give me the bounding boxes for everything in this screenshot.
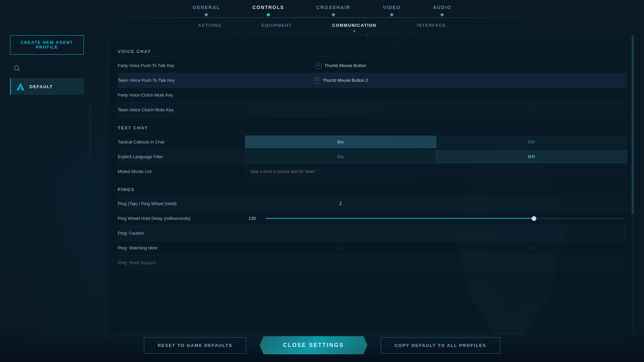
value-ping-watching-2: - <box>436 245 627 250</box>
row-ping-watching: Ping: Watching Here - - <box>118 241 627 255</box>
clear-team-voice-ptt[interactable]: ✕ <box>313 77 320 84</box>
search-button[interactable] <box>10 61 23 75</box>
nav-label-controls: CONTROLS <box>253 5 284 13</box>
sub-nav-interface[interactable]: INTERFACE <box>396 19 466 32</box>
reset-defaults-button[interactable]: RESET TO GAME DEFAULTS <box>144 337 246 354</box>
label-party-voice-ptt: Party Voice Push To Talk Key <box>118 60 245 71</box>
row-tactical-callouts: Tactical Callouts in Chat On Off <box>118 135 627 149</box>
value-team-voice-ptt-2: - <box>436 78 627 83</box>
nav-item-video[interactable]: VIDEO <box>367 5 417 16</box>
label-ping-need-support: Ping: Need Support <box>118 257 245 268</box>
dash-team-voice-ptt: - <box>531 78 532 83</box>
value-party-voice-mute-2: - <box>436 93 627 98</box>
separator-pings <box>118 195 627 195</box>
nav-item-general[interactable]: GENERAL <box>176 5 236 16</box>
muted-words-input[interactable] <box>245 166 627 177</box>
svg-point-0 <box>14 66 19 70</box>
label-ping-wheel-delay: Ping Wheel Hold Delay (milliseconds) <box>118 213 245 224</box>
sub-nav-equipment-label: EQUIPMENT <box>262 23 292 28</box>
row-ping-caution: Ping: Caution - - <box>118 226 627 241</box>
nav-label-audio: AUDIO <box>433 5 451 13</box>
scrollbar-track <box>632 36 634 333</box>
content-area: VOICE CHAT Party Voice Push To Talk Key … <box>101 35 637 340</box>
label-ping-watching: Ping: Watching Here <box>118 243 245 253</box>
section-header-voice-chat: VOICE CHAT <box>118 49 627 54</box>
nav-dot-controls <box>266 13 270 16</box>
slider-value-ping-delay: 130 <box>249 216 260 221</box>
sub-nav-communication[interactable]: COMMUNICATION <box>312 19 396 32</box>
label-ping-caution: Ping: Caution <box>118 228 245 238</box>
create-profile-button[interactable]: CREATE NEW AGENT PROFILE <box>10 35 84 55</box>
top-nav: GENERAL CONTROLS CROSSHAIR VIDEO AUDIO <box>0 0 644 16</box>
nav-label-video: VIDEO <box>383 5 401 13</box>
label-tactical-callouts: Tactical Callouts in Chat <box>118 137 245 147</box>
row-party-voice-mute: Party Voice Clutch Mute Key - - <box>118 88 627 103</box>
row-muted-words: Muted Words List <box>118 164 627 179</box>
value-team-voice-mute-1: - <box>245 107 436 112</box>
value-party-voice-ptt-1: ✕ Thumb Mouse Button <box>245 62 436 69</box>
row-explicit-filter: Explicit Language Filter On Off <box>118 149 627 164</box>
value-ping-caution-2: - <box>436 231 627 236</box>
nav-dot-audio <box>440 13 444 16</box>
profile-item-default[interactable]: DEFAULT <box>10 78 84 95</box>
sub-nav-actions-label: ACTIONS <box>198 23 221 28</box>
label-party-voice-mute: Party Voice Clutch Mute Key <box>118 90 245 100</box>
svg-line-1 <box>18 69 19 71</box>
sub-nav-equipment[interactable]: EQUIPMENT <box>241 19 312 32</box>
copy-default-button[interactable]: COPY DEFAULT TO ALL PROFILES <box>381 337 500 354</box>
nav-line <box>67 17 577 18</box>
search-icon <box>13 64 20 72</box>
label-ping-tap-hold: Ping (Tap) / Ping Wheel (Hold) <box>118 198 245 209</box>
nav-item-controls[interactable]: CONTROLS <box>236 5 301 16</box>
dash-party-voice-ptt: - <box>531 63 532 68</box>
main-layout: CREATE NEW AGENT PROFILE DEFAULT <box>0 35 644 340</box>
value-ping-need-support-1: - <box>245 260 436 265</box>
close-settings-button[interactable]: CLOSE SETTINGS <box>260 336 368 354</box>
slider-thumb-ping-delay[interactable] <box>532 216 536 221</box>
key-team-voice-ptt: Thumb Mouse Button 2 <box>323 78 368 83</box>
value-ping-watching-1: - <box>245 245 436 250</box>
profile-name-default: DEFAULT <box>30 84 53 89</box>
row-ping-wheel-delay: Ping Wheel Hold Delay (milliseconds) 130 <box>118 211 627 226</box>
value-party-voice-ptt-2: - <box>436 63 627 68</box>
nav-item-audio[interactable]: AUDIO <box>417 5 468 16</box>
toggle-explicit-filter-off[interactable]: Off <box>436 150 627 163</box>
label-explicit-filter: Explicit Language Filter <box>118 152 245 162</box>
settings-panel: VOICE CHAT Party Voice Push To Talk Key … <box>107 35 634 334</box>
sidebar-scrollbar[interactable] <box>90 102 91 169</box>
value-party-voice-mute-1: - <box>245 93 436 98</box>
label-muted-words: Muted Words List <box>118 166 245 177</box>
label-team-voice-mute: Team Voice Clutch Mute Key <box>118 105 245 115</box>
nav-dot-video <box>390 13 393 16</box>
nav-dot-general <box>205 13 208 16</box>
nav-label-crosshair: CROSSHAIR <box>316 5 351 13</box>
sidebar: CREATE NEW AGENT PROFILE DEFAULT <box>7 35 101 340</box>
bottom-bar: RESET TO GAME DEFAULTS CLOSE SETTINGS CO… <box>0 328 644 362</box>
scrollbar-thumb[interactable] <box>632 36 634 214</box>
toggle-tactical-callouts-off[interactable]: Off <box>436 136 627 148</box>
sub-nav-actions[interactable]: ACTIONS <box>178 19 241 32</box>
nav-label-general: GENERAL <box>193 5 220 13</box>
slider-fill-ping-delay <box>266 218 534 219</box>
clear-party-voice-ptt[interactable]: ✕ <box>315 62 322 69</box>
row-ping-need-support: Ping: Need Support - - <box>118 255 627 270</box>
value-team-voice-ptt-1: ✕ Thumb Mouse Button 2 <box>245 77 436 84</box>
section-header-text-chat: TEXT CHAT <box>118 125 627 130</box>
svg-marker-2 <box>17 83 24 90</box>
row-ping-tap-hold: Ping (Tap) / Ping Wheel (Hold) Z - <box>118 196 627 211</box>
sub-nav: ACTIONS EQUIPMENT COMMUNICATION INTERFAC… <box>0 19 644 32</box>
value-ping-need-support-2: - <box>436 260 627 265</box>
slider-track-ping-delay[interactable] <box>266 218 624 219</box>
nav-item-crosshair[interactable]: CROSSHAIR <box>300 5 367 16</box>
sub-nav-communication-label: COMMUNICATION <box>332 23 376 28</box>
value-ping-caution-1: - <box>245 231 436 236</box>
key-party-voice-ptt: Thumb Mouse Button <box>324 63 366 68</box>
settings-scroll[interactable]: VOICE CHAT Party Voice Push To Talk Key … <box>108 36 634 333</box>
toggle-explicit-filter-on[interactable]: On <box>245 150 436 163</box>
toggle-tactical-callouts-on[interactable]: On <box>245 136 436 148</box>
row-team-voice-ptt: Team Voice Push To Talk Key ✕ Thumb Mous… <box>118 73 627 88</box>
row-party-voice-ptt: Party Voice Push To Talk Key ✕ Thumb Mou… <box>118 58 627 73</box>
nav-dot-crosshair <box>331 13 335 16</box>
section-header-pings: PINGS <box>118 187 627 192</box>
label-team-voice-ptt: Team Voice Push To Talk Key <box>118 75 245 85</box>
